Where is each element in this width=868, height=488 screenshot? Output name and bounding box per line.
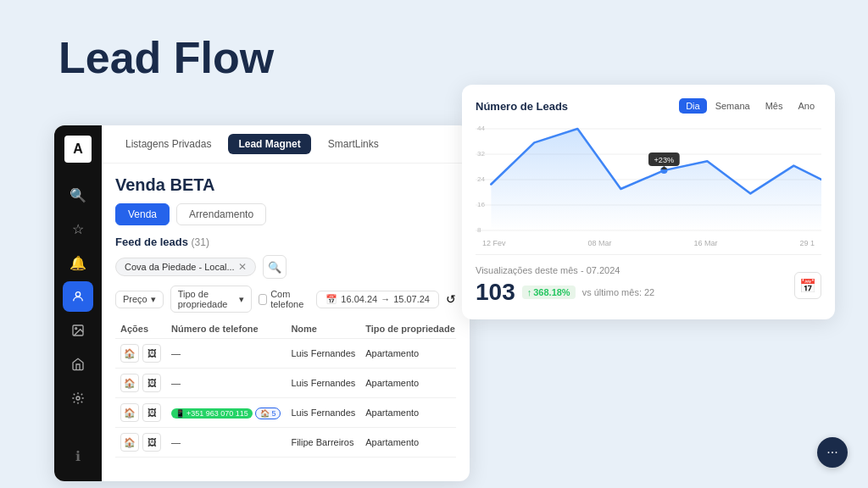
svg-point-2 <box>75 328 77 330</box>
phone-cell: — <box>166 369 286 398</box>
svg-marker-17 <box>660 166 667 169</box>
chart-xaxis: 12 Fev 08 Mar 16 Mar 29 1 <box>476 239 821 247</box>
table-row: 🏠 🖼 📱 +351 963 070 115 🏠 5 <box>115 398 456 428</box>
image-action-icon[interactable]: 🖼 <box>142 403 161 422</box>
arrendamento-button[interactable]: Arrendamento <box>176 203 266 225</box>
time-btn-semana[interactable]: Semana <box>709 98 757 114</box>
whatsapp-badge: 📱 +351 963 070 115 <box>171 408 253 419</box>
type-cell: Apartamento <box>360 339 456 369</box>
page-title: Lead Flow <box>58 34 274 82</box>
filter-row: Cova da Piedade - Local... ✕ 🔍 <box>115 255 456 279</box>
time-btn-ano[interactable]: Ano <box>791 98 821 114</box>
venda-button[interactable]: Venda <box>115 203 170 225</box>
type-cell: Apartamento <box>360 398 456 428</box>
users-icon[interactable] <box>63 281 93 312</box>
stats-section: Visualizações deste mês - 07.2024 103 ↑ … <box>476 254 821 306</box>
xaxis-label: 16 Mar <box>693 239 717 247</box>
action-icons: 🏠 🖼 <box>120 374 161 392</box>
search-icon[interactable]: 🔍 <box>63 180 93 210</box>
chart-svg: 44 32 24 16 8 <box>476 120 821 239</box>
sidebar: A 🔍 ☆ 🔔 ℹ <box>54 125 102 481</box>
phone-cell: — <box>166 428 286 458</box>
button-group: Venda Arrendamento <box>115 203 456 225</box>
svg-text:24: 24 <box>477 175 486 183</box>
price-filter[interactable]: Preço ▾ <box>115 291 164 308</box>
table-row: 🏠 🖼 — Luis Fernandes Apartamento Superca… <box>115 339 456 369</box>
main-content: Listagens Privadas Lead Magnet SmartLink… <box>102 125 470 481</box>
name-cell: Luis Fernandes <box>286 369 360 398</box>
tab-listagens[interactable]: Listagens Privadas <box>115 134 221 154</box>
tab-lead-magnet[interactable]: Lead Magnet <box>228 134 310 154</box>
svg-text:32: 32 <box>477 150 486 158</box>
phone-cell: — <box>166 339 286 369</box>
stats-left: Visualizações deste mês - 07.2024 103 ↑ … <box>476 265 654 306</box>
tab-smartlinks[interactable]: SmartLinks <box>318 134 389 154</box>
name-cell: Filipe Barreiros <box>286 428 360 458</box>
svg-text:16: 16 <box>477 201 486 208</box>
xaxis-label: 29 1 <box>799 239 815 247</box>
action-icons: 🏠 🖼 <box>120 433 161 452</box>
svg-point-3 <box>76 396 80 400</box>
phone-cell: 📱 +351 963 070 115 🏠 5 <box>166 398 286 428</box>
chip-close-icon[interactable]: ✕ <box>238 261 247 273</box>
image-action-icon[interactable]: 🖼 <box>142 433 161 452</box>
chart-title: Número de Leads <box>476 100 568 113</box>
date-filter-row: Preço ▾ Tipo de propriedade ▾ Com telefo… <box>115 286 456 313</box>
stats-label: Visualizações deste mês - 07.2024 <box>476 265 654 275</box>
name-cell: Luis Fernandes <box>286 398 360 428</box>
action-icons: 🏠 🖼 <box>120 403 161 422</box>
chat-bubble[interactable]: ··· <box>817 437 848 468</box>
stats-number: 103 <box>476 279 515 306</box>
image-icon[interactable] <box>63 315 93 346</box>
type-cell: Apartamento <box>360 428 456 458</box>
svg-text:44: 44 <box>477 125 486 132</box>
calendar-icon[interactable]: 📅 <box>794 272 821 299</box>
image-action-icon[interactable]: 🖼 <box>142 344 161 363</box>
sidebar-logo: A <box>64 136 92 163</box>
refresh-icon[interactable]: ↺ <box>446 292 456 306</box>
phone-checkbox[interactable] <box>259 294 267 305</box>
home-action-icon[interactable]: 🏠 <box>120 374 139 392</box>
time-btn-dia[interactable]: Dia <box>679 98 707 114</box>
chart-header: Número de Leads Dia Semana Mês Ano <box>476 98 821 114</box>
chart-panel: Número de Leads Dia Semana Mês Ano 44 32… <box>462 85 835 319</box>
time-btn-mes[interactable]: Mês <box>759 98 790 114</box>
feed-header: Feed de leads (31) <box>115 236 456 248</box>
property-type-filter[interactable]: Tipo de propriedade ▾ <box>170 286 253 313</box>
phone-filter[interactable]: Com telefone <box>259 289 309 309</box>
svg-text:8: 8 <box>477 226 481 234</box>
stats-value-row: 103 ↑ 368.18% vs último mês: 22 <box>476 279 654 306</box>
message-count-badge: 🏠 5 <box>255 408 281 419</box>
bell-icon[interactable]: 🔔 <box>63 247 93 278</box>
col-actions: Ações <box>115 319 166 339</box>
section-title: Venda BETA <box>115 175 456 195</box>
settings-icon[interactable] <box>63 383 93 413</box>
content-area: Venda BETA Venda Arrendamento Feed de le… <box>102 164 470 481</box>
table-row: 🏠 🖼 — Filipe Barreiros Apartamento Ideal… <box>115 428 456 458</box>
location-filter-chip[interactable]: Cova da Piedade - Local... ✕ <box>115 258 256 276</box>
info-icon[interactable]: ℹ <box>63 441 93 471</box>
filter-search-icon[interactable]: 🔍 <box>263 255 287 279</box>
star-icon[interactable]: ☆ <box>63 214 93 244</box>
home-action-icon[interactable]: 🏠 <box>120 403 139 422</box>
time-buttons: Dia Semana Mês Ano <box>679 98 821 114</box>
action-icons: 🏠 🖼 <box>120 344 161 363</box>
feed-count: (31) <box>192 236 209 248</box>
home-action-icon[interactable]: 🏠 <box>120 433 139 452</box>
home-action-icon[interactable]: 🏠 <box>120 344 139 363</box>
svg-text:+23%: +23% <box>654 156 675 164</box>
app-window: A 🔍 ☆ 🔔 ℹ <box>54 125 470 481</box>
xaxis-label: 08 Mar <box>587 239 611 247</box>
col-type: Tipo de propriedade <box>360 319 456 339</box>
name-cell: Luis Fernandes <box>286 339 360 369</box>
stats-vs: vs último mês: 22 <box>582 287 655 297</box>
col-phone: Número de telefone <box>166 319 286 339</box>
home-icon[interactable] <box>63 349 93 380</box>
leads-table: Ações Número de telefone Nome Tipo de pr… <box>115 319 456 458</box>
svg-point-0 <box>75 292 80 297</box>
xaxis-label: 12 Fev <box>482 239 506 247</box>
table-row: 🏠 🖼 — Luis Fernandes Apartamento Superca… <box>115 369 456 398</box>
image-action-icon[interactable]: 🖼 <box>142 374 161 392</box>
col-name: Nome <box>286 319 360 339</box>
date-range-filter[interactable]: 📅 16.04.24 → 15.07.24 <box>316 291 439 308</box>
